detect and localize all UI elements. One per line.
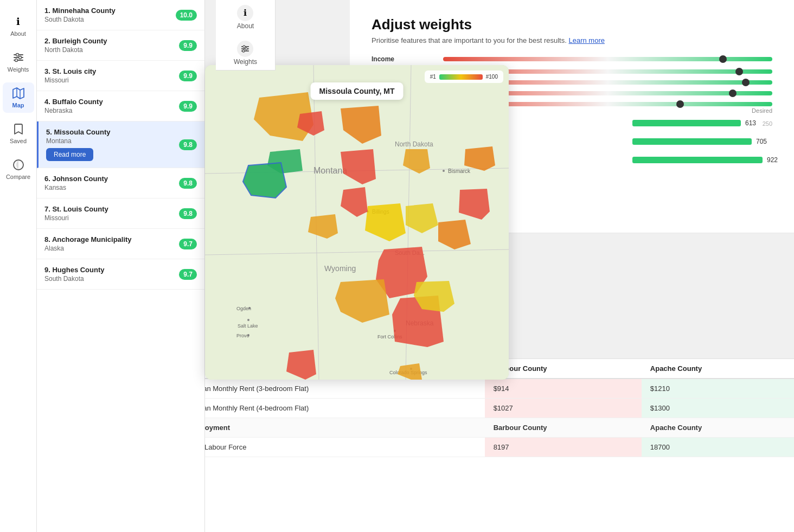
side-value-text-1: 613 xyxy=(745,119,756,127)
result-state-5: Montana xyxy=(46,137,197,145)
app-container: ℹ About Weights xyxy=(0,0,794,532)
labour-force-col2: 18700 xyxy=(642,438,794,457)
result-state-1: South Dakota xyxy=(44,16,197,23)
sidebar-item-compare[interactable]: Compare xyxy=(3,154,34,184)
result-score-1: 10.0 xyxy=(176,10,197,21)
learn-more-link[interactable]: Learn more xyxy=(568,36,604,44)
result-item-8[interactable]: 8. Anchorage Municipality Alaska 9.7 xyxy=(37,229,204,259)
side-value-1: 613 xyxy=(632,119,778,127)
weights-tab-label: Weights xyxy=(234,58,257,66)
weight-knob-income[interactable] xyxy=(719,55,727,63)
employment-col2-header: Apache County xyxy=(642,418,794,438)
result-score-6: 9.8 xyxy=(179,178,197,189)
map-icon xyxy=(12,87,25,100)
svg-point-4 xyxy=(18,56,21,59)
table-row-labour-force: Total Labour Force 8197 18700 xyxy=(179,438,794,457)
side-value-text-2: 705 xyxy=(756,138,767,145)
rent-4br-col1: $1027 xyxy=(485,399,642,418)
weight-knob-3[interactable] xyxy=(742,79,750,86)
rent-4br-label: Median Monthly Rent (4-bedroom Flat) xyxy=(179,399,485,418)
sidebar: ℹ About Weights xyxy=(0,0,37,532)
result-item-5[interactable]: 5. Missoula County Montana 9.8 Read more xyxy=(37,121,204,168)
legend-high: #100 xyxy=(486,74,498,80)
legend-bar xyxy=(439,74,483,80)
col-header-apache: Apache County xyxy=(642,359,794,379)
top-tab-panel: ℹ About Weights xyxy=(216,0,276,70)
svg-text:Bismarck: Bismarck xyxy=(448,168,471,174)
result-item-7[interactable]: 7. St. Louis County Missouri 9.8 xyxy=(37,198,204,229)
sidebar-item-map[interactable]: Map xyxy=(3,82,34,113)
svg-marker-6 xyxy=(13,88,24,99)
svg-point-30 xyxy=(247,319,249,321)
side-value-3: 922 xyxy=(632,156,778,164)
svg-point-5 xyxy=(15,59,17,62)
svg-text:Wyoming: Wyoming xyxy=(324,264,356,273)
svg-text:North Dakota: North Dakota xyxy=(395,140,433,148)
sidebar-item-weights[interactable]: Weights xyxy=(3,47,34,77)
result-rank-name-3: 3. St. Louis city xyxy=(44,67,197,75)
result-rank-name-4: 4. Buffalo County xyxy=(44,98,197,106)
table-row-rent-4br: Median Monthly Rent (4-bedroom Flat) $10… xyxy=(179,399,794,418)
sidebar-label-saved: Saved xyxy=(10,138,27,144)
result-state-4: Nebraska xyxy=(44,107,197,114)
result-item-9[interactable]: 9. Hughes County South Dakota 9.7 xyxy=(37,259,204,290)
results-panel: 1. Minnehaha County South Dakota 10.0 2.… xyxy=(37,0,205,532)
svg-point-28 xyxy=(443,170,445,172)
about-tab-icon: ℹ xyxy=(237,5,253,21)
tab-about[interactable]: ℹ About xyxy=(234,2,257,33)
result-score-2: 9.9 xyxy=(179,40,197,51)
svg-point-15 xyxy=(242,50,245,52)
table-row-rent-3br: Median Monthly Rent (3-bedroom Flat) $91… xyxy=(179,379,794,399)
result-item-4[interactable]: 4. Buffalo County Nebraska 9.9 xyxy=(37,91,204,121)
result-state-7: Missouri xyxy=(44,214,197,222)
side-value-2: 705 xyxy=(632,138,778,145)
weights-icon xyxy=(12,51,25,64)
sidebar-label-about: About xyxy=(10,30,26,37)
result-rank-name-6: 6. Johnson County xyxy=(44,175,197,183)
map-panel[interactable]: Montana Wyoming North Dakota Nebraska So… xyxy=(205,65,509,380)
weight-knob-4[interactable] xyxy=(729,89,737,97)
result-rank-name-9: 9. Hughes County xyxy=(44,266,197,274)
rent-3br-col1: $914 xyxy=(485,379,642,399)
result-item-1[interactable]: 1. Minnehaha County South Dakota 10.0 xyxy=(37,0,204,30)
side-values: 613 705 922 xyxy=(632,119,778,164)
about-tab-label: About xyxy=(237,22,254,30)
weight-knob-5[interactable] xyxy=(676,100,684,108)
svg-text:Ogden: Ogden xyxy=(236,306,251,311)
sidebar-item-saved[interactable]: Saved xyxy=(3,118,34,149)
result-score-4: 9.9 xyxy=(179,101,197,112)
svg-text:Montana: Montana xyxy=(313,166,347,175)
table-row-employment-header: Employment Barbour County Apache County xyxy=(179,418,794,438)
result-state-8: Alaska xyxy=(44,245,197,252)
result-item-2[interactable]: 2. Burleigh County North Dakota 9.9 xyxy=(37,30,204,61)
result-score-9: 9.7 xyxy=(179,269,197,280)
svg-text:Salt Lake: Salt Lake xyxy=(238,323,258,329)
svg-point-14 xyxy=(245,48,247,50)
weights-subtitle: Prioritise features that are important t… xyxy=(372,36,772,44)
tab-weights[interactable]: Weights xyxy=(230,37,260,69)
result-state-9: South Dakota xyxy=(44,275,197,283)
employment-col1-header: Barbour County xyxy=(485,418,642,438)
rent-3br-col2: $1210 xyxy=(642,379,794,399)
sidebar-item-about[interactable]: ℹ About xyxy=(3,11,34,41)
result-rank-name-8: 8. Anchorage Municipality xyxy=(44,235,197,243)
svg-text:Provo: Provo xyxy=(236,333,249,338)
side-bar-1 xyxy=(632,120,741,126)
compare-icon xyxy=(12,158,25,171)
result-score-3: 9.9 xyxy=(179,70,197,81)
weights-title: Adjust weights xyxy=(372,16,772,33)
weight-row-income: Income xyxy=(372,55,772,63)
weight-knob-2[interactable] xyxy=(735,68,743,75)
result-state-3: Missouri xyxy=(44,76,197,84)
saved-icon xyxy=(12,123,25,136)
weight-label-income: Income xyxy=(372,55,437,63)
result-item-3[interactable]: 3. St. Louis city Missouri 9.9 xyxy=(37,61,204,91)
read-more-button[interactable]: Read more xyxy=(46,148,93,161)
weight-track-income[interactable] xyxy=(443,57,772,61)
result-item-6[interactable]: 6. Johnson County Kansas 9.8 xyxy=(37,168,204,198)
side-bar-2 xyxy=(632,138,752,145)
labour-force-label: Total Labour Force xyxy=(179,438,485,457)
data-table-panel: Barbour County Apache County Median Mont… xyxy=(179,358,794,532)
result-score-5: 9.8 xyxy=(179,139,197,150)
svg-point-13 xyxy=(243,46,245,48)
